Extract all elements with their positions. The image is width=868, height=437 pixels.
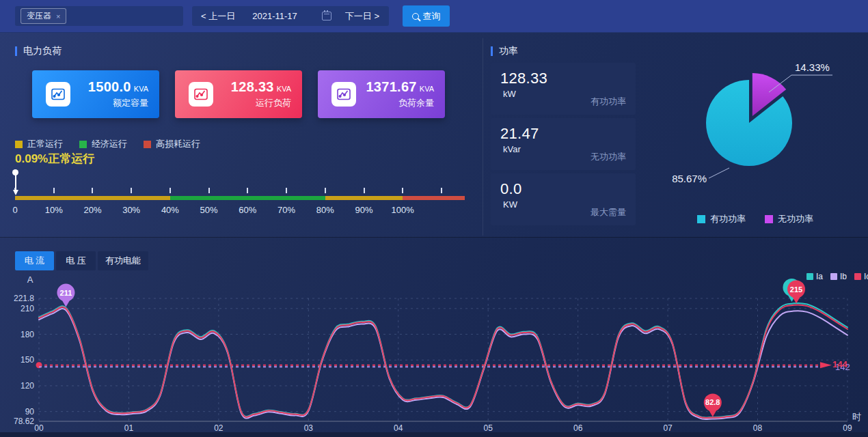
gauge-tick-label: 70% — [277, 205, 295, 215]
date-picker[interactable]: < 上一日 2021-11-17 下一日 > — [192, 6, 389, 26]
device-tag-label: 变压器 — [27, 10, 51, 22]
active-power-value: 128.33 — [500, 70, 626, 87]
active-power-label: 有功功率 — [591, 96, 626, 108]
gauge-tick — [131, 188, 132, 193]
search-button-label: 查询 — [423, 10, 441, 23]
chart-line-icon — [46, 82, 70, 107]
gauge-tick — [247, 188, 248, 193]
pie-legend-active-power[interactable]: 有功功率 — [697, 213, 746, 225]
next-day-button[interactable]: 下一日 > — [345, 10, 379, 23]
legend-ia[interactable]: Ia — [806, 272, 823, 281]
pie-legend-reactive-power[interactable]: 无功功率 — [765, 213, 813, 225]
economic-run-swatch — [79, 141, 87, 148]
economic-run-label: 经济运行 — [92, 138, 127, 150]
running-load-label: 运行负荷 — [231, 97, 291, 109]
gauge-tick-label: 30% — [122, 205, 140, 215]
gauge-tick — [169, 188, 171, 193]
gauge-tick-label: 20% — [83, 205, 101, 215]
load-margin-unit: KVA — [420, 85, 434, 93]
pie-legend: 有功功率 无功功率 — [697, 213, 813, 225]
active-power-swatch — [697, 215, 705, 223]
rated-capacity-card: 1500.0KVA 额定容量 — [32, 70, 159, 118]
gauge-tick-label: 50% — [200, 205, 218, 215]
prev-day-button[interactable]: < 上一日 — [201, 10, 235, 23]
running-load-value: 128.33 — [231, 79, 274, 94]
legend-normal-run: 正常运行 — [15, 138, 63, 150]
normal-run-swatch — [15, 141, 23, 148]
gauge-tick-label: 80% — [316, 205, 334, 215]
power-load-title-text: 电力负荷 — [23, 45, 62, 57]
tab-current[interactable]: 电 流 — [15, 251, 54, 270]
power-title-text: 功率 — [499, 45, 518, 57]
trend-panel: 电 流 电 压 有功电能 Ia Ib Ic — [0, 238, 868, 432]
chart-line-icon — [331, 82, 356, 107]
load-rate-gauge: 010%20%30%40%50%60%70%80%90%100% — [15, 169, 465, 214]
bottom-strip — [0, 432, 868, 437]
top-bar: 变压器 × < 上一日 2021-11-17 下一日 > 查询 — [0, 0, 868, 33]
rated-capacity-unit: KVA — [134, 85, 148, 93]
gauge-tick-label: 0 — [12, 205, 17, 215]
tab-voltage[interactable]: 电 压 — [56, 251, 96, 270]
pie-legend-reactive-label: 无功功率 — [778, 213, 813, 225]
pie-label-reactive: 14.33% — [795, 61, 830, 73]
load-margin-card: 1371.67KVA 负荷余量 — [318, 70, 445, 118]
pie-legend-active-label: 有功功率 — [710, 213, 746, 225]
rated-capacity-value: 1500.0 — [88, 79, 131, 94]
gauge-segment — [15, 196, 170, 200]
dashboard: 变压器 × < 上一日 2021-11-17 下一日 > 查询 电力负荷 — [0, 0, 868, 437]
power-load-title: 电力负荷 — [15, 45, 62, 57]
normal-run-label: 正常运行 — [27, 138, 63, 150]
max-demand-value: 0.0 — [500, 180, 626, 198]
reactive-power-swatch — [765, 215, 773, 223]
gauge-tick-label: 60% — [239, 205, 256, 215]
ib-swatch — [830, 273, 837, 280]
device-tag[interactable]: 变压器 × — [21, 8, 66, 24]
power-pie-chart: 14.33%85.67% — [649, 40, 868, 234]
reactive-power-label: 无功功率 — [591, 151, 626, 163]
running-load-card: 128.33KVA 运行负荷 — [175, 70, 302, 118]
trend-legend: Ia Ib Ic — [806, 272, 868, 281]
ia-swatch — [806, 273, 813, 280]
active-power-stat: 128.33 kW 有功功率 — [491, 63, 636, 115]
max-demand-stat: 0.0 KW 最大需量 — [491, 173, 636, 225]
calendar-icon[interactable] — [322, 12, 331, 20]
gauge-tick-label: 10% — [45, 205, 63, 215]
legend-economic-run: 经济运行 — [79, 138, 127, 150]
max-demand-label: 最大需量 — [591, 206, 626, 218]
power-title: 功率 — [491, 45, 518, 57]
ic-swatch — [854, 273, 861, 280]
search-button[interactable]: 查询 — [403, 5, 450, 27]
gauge-segment — [403, 196, 465, 200]
date-value[interactable]: 2021-11-17 — [252, 11, 297, 21]
gauge-segment — [325, 196, 403, 200]
tab-active-energy[interactable]: 有功电能 — [98, 251, 148, 270]
gauge-tick — [441, 188, 442, 193]
legend-high-loss-run: 高损耗运行 — [144, 138, 200, 150]
pie-label-active: 85.67% — [672, 173, 707, 184]
gauge-tick — [92, 188, 93, 193]
gauge-tick — [208, 188, 210, 193]
legend-ib[interactable]: Ib — [830, 272, 847, 281]
gauge-tick — [325, 188, 326, 193]
gauge-segment — [170, 196, 325, 200]
gauge-bar — [15, 196, 465, 200]
ic-label: Ic — [864, 272, 868, 281]
gauge-tick — [364, 188, 365, 193]
legend-ic[interactable]: Ic — [854, 272, 868, 281]
gauge-tick-label: 40% — [161, 205, 179, 215]
search-icon — [412, 13, 419, 20]
gauge-tick-label: 100% — [392, 205, 414, 215]
gauge-tick — [402, 188, 403, 193]
reactive-power-stat: 21.47 kVar 无功功率 — [491, 118, 636, 170]
rated-capacity-label: 额定容量 — [88, 97, 148, 109]
high-loss-run-label: 高损耗运行 — [156, 138, 200, 150]
vertical-divider — [483, 38, 483, 236]
device-select[interactable]: 变压器 × — [15, 6, 183, 26]
tag-remove-icon[interactable]: × — [56, 12, 60, 20]
load-margin-value: 1371.67 — [366, 79, 416, 94]
load-margin-label: 负荷余量 — [366, 97, 434, 109]
ib-label: Ib — [840, 272, 847, 281]
running-load-unit: KVA — [277, 85, 291, 93]
ia-label: Ia — [816, 272, 823, 281]
reactive-power-value: 21.47 — [500, 125, 626, 143]
